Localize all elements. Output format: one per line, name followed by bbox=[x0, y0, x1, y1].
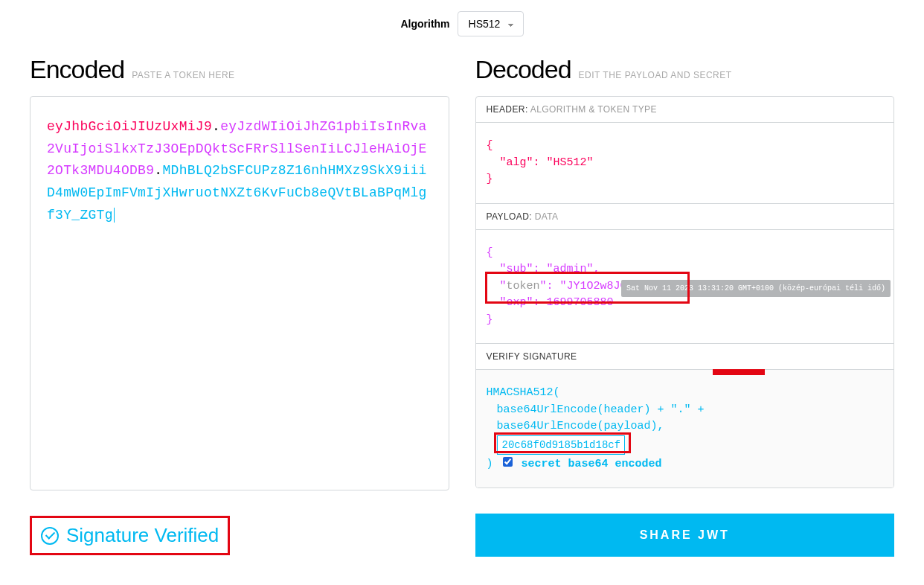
text-cursor bbox=[114, 208, 115, 223]
highlight-annotation bbox=[713, 369, 765, 375]
algorithm-label: Algorithm bbox=[400, 18, 449, 30]
exp-tooltip: Sat Nov 11 2023 13:31:20 GMT+0100 (közép… bbox=[621, 280, 891, 297]
secret-base64-checkbox[interactable] bbox=[503, 457, 513, 467]
check-circle-icon bbox=[41, 527, 59, 545]
secret-base64-label: secret base64 encoded bbox=[522, 458, 662, 470]
encoded-title: EncodedPASTE A TOKEN HERE bbox=[30, 55, 449, 84]
signature-status-text: Signature Verified bbox=[66, 524, 219, 547]
encoded-textarea[interactable]: eyJhbGciOiJIUzUxMiJ9.eyJzdWIiOiJhZG1pbiI… bbox=[30, 96, 449, 490]
decoded-subtitle: EDIT THE PAYLOAD AND SECRET bbox=[579, 70, 732, 80]
signature-status: Signature Verified bbox=[30, 516, 230, 555]
payload-section-label: PAYLOAD: DATA bbox=[476, 204, 894, 230]
secret-input[interactable] bbox=[497, 435, 625, 455]
algorithm-select[interactable]: HS512 bbox=[458, 11, 524, 36]
encoded-subtitle: PASTE A TOKEN HERE bbox=[132, 70, 234, 80]
signature-editor[interactable]: HMACSHA512( base64UrlEncode(header) + ".… bbox=[476, 370, 894, 488]
signature-section-label: VERIFY SIGNATURE bbox=[476, 344, 894, 370]
share-jwt-button[interactable]: SHARE JWT bbox=[475, 514, 895, 557]
header-section-label: HEADER: ALGORITHM & TOKEN TYPE bbox=[476, 97, 894, 123]
encoded-header-part: eyJhbGciOiJIUzUxMiJ9 bbox=[47, 119, 212, 134]
payload-json-editor[interactable]: { "sub": "admin", "token": "JY1O2w8JCBKR… bbox=[476, 230, 894, 345]
header-json-editor[interactable]: { "alg": "HS512" } bbox=[476, 123, 894, 204]
decoded-title: DecodedEDIT THE PAYLOAD AND SECRET bbox=[475, 55, 895, 84]
